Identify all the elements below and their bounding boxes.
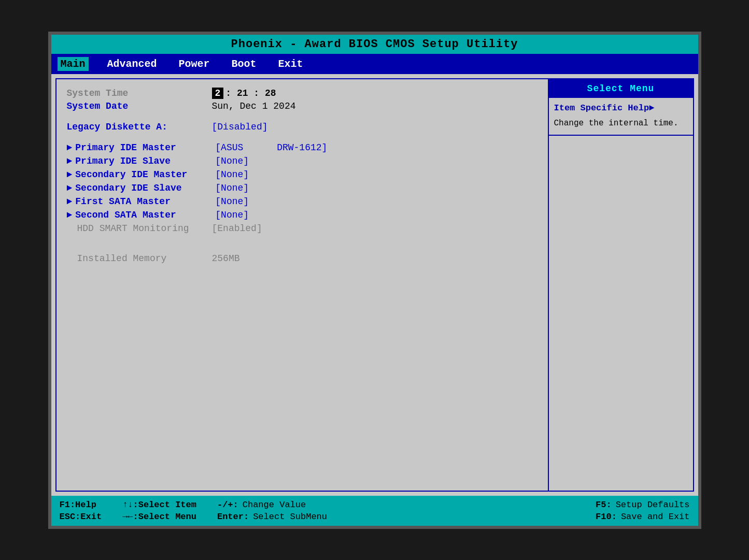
legacy-diskette-row: Legacy Diskette A: [Disabled]	[67, 122, 538, 132]
help-section: Item Specific Help► Change the internal …	[549, 98, 693, 136]
footer-cv-key: -/+:	[217, 500, 238, 510]
footer-col-1: F1:Help ESC:Exit	[60, 500, 102, 522]
menu-item-main[interactable]: Main	[58, 57, 89, 71]
arrow-icon-5: ►	[67, 210, 73, 220]
system-time-label: System Time	[67, 88, 212, 98]
spacer1	[67, 113, 538, 122]
system-date-value: Sun, Dec 1 2024	[212, 101, 296, 111]
arrow-icon-2: ►	[67, 169, 73, 180]
footer-lr-key: →←:Select Menu	[122, 512, 196, 522]
menu-item-power[interactable]: Power	[176, 57, 213, 71]
ide-row-0[interactable]: ► Primary IDE Master [ASUS DRW-1612]	[67, 142, 538, 153]
arrow-icon-3: ►	[67, 183, 73, 193]
ide-value-5: [None]	[215, 210, 249, 220]
hdd-smart-value: [Enabled]	[212, 223, 262, 234]
legacy-diskette-value[interactable]: [Disabled]	[212, 122, 268, 132]
footer-col-4: F5: Setup Defaults F10: Save and Exit	[596, 500, 689, 522]
system-time-row: System Time 2 : 21 : 28	[67, 88, 538, 99]
footer-col-2: ↑↓:Select Item →←:Select Menu	[122, 500, 196, 522]
footer-f10-desc: Save and Exit	[621, 512, 690, 522]
memory-row: Installed Memory 256MB	[67, 253, 538, 264]
arrow-icon-1: ►	[67, 156, 73, 166]
help-text: Change the internal time.	[554, 117, 688, 130]
footer-f1-key: F1:Help	[60, 500, 96, 510]
ide-label-0: Primary IDE Master	[75, 142, 215, 153]
hdd-smart-label: HDD SMART Monitoring	[67, 223, 212, 234]
footer-f5-desc: Setup Defaults	[616, 500, 690, 510]
footer-ud-key: ↑↓:Select Item	[122, 500, 196, 510]
time-rest: : 21 : 28	[225, 88, 276, 98]
footer-f1: F1:Help	[60, 500, 102, 510]
menu-item-advanced[interactable]: Advanced	[104, 57, 160, 71]
footer-f5-key: F5:	[596, 500, 612, 510]
footer-esc: ESC:Exit	[60, 512, 102, 522]
content-area: System Time 2 : 21 : 28 System Date Sun,…	[51, 74, 698, 496]
ide-row-3[interactable]: ► Secondary IDE Slave [None]	[67, 183, 538, 193]
ide-label-3: Secondary IDE Slave	[75, 183, 215, 193]
footer-esc-key: ESC:Exit	[60, 512, 102, 522]
ide-value-2: [None]	[215, 169, 249, 180]
spacer4	[67, 245, 538, 253]
arrow-icon-0: ►	[67, 142, 73, 153]
right-panel: Select Menu Item Specific Help► Change t…	[549, 78, 694, 492]
system-date-label: System Date	[67, 101, 212, 111]
ide-value-0: [ASUS DRW-1612]	[215, 142, 327, 153]
menu-item-boot[interactable]: Boot	[229, 57, 260, 71]
footer-change-value: -/+: Change Value	[217, 500, 327, 510]
ide-label-1: Primary IDE Slave	[75, 156, 215, 166]
menu-item-exit[interactable]: Exit	[275, 57, 306, 71]
bios-title: Phoenix - Award BIOS CMOS Setup Utility	[231, 38, 518, 51]
ide-row-4[interactable]: ► First SATA Master [None]	[67, 196, 538, 207]
ide-row-5[interactable]: ► Second SATA Master [None]	[67, 210, 538, 220]
time-hour[interactable]: 2	[212, 88, 224, 99]
footer-cv-desc: Change Value	[243, 500, 306, 510]
ide-value-4: [None]	[215, 196, 249, 207]
footer: F1:Help ESC:Exit ↑↓:Select Item →←:Selec…	[51, 496, 698, 526]
arrow-icon-4: ►	[67, 196, 73, 207]
menu-bar[interactable]: Main Advanced Power Boot Exit	[51, 54, 698, 74]
help-title: Item Specific Help►	[554, 103, 688, 113]
footer-arrows-lr: →←:Select Menu	[122, 512, 196, 522]
spacer2	[67, 134, 538, 142]
footer-col-3: -/+: Change Value Enter: Select SubMenu	[217, 500, 327, 522]
system-date-row: System Date Sun, Dec 1 2024	[67, 101, 538, 111]
footer-f10: F10: Save and Exit	[596, 512, 689, 522]
main-panel: System Time 2 : 21 : 28 System Date Sun,…	[55, 78, 549, 492]
ide-value-1: [None]	[215, 156, 249, 166]
ide-value-3: [None]	[215, 183, 249, 193]
select-menu-title: Select Menu	[549, 79, 693, 98]
ide-label-5: Second SATA Master	[75, 210, 215, 220]
footer-enter-key: Enter:	[217, 512, 249, 522]
title-bar: Phoenix - Award BIOS CMOS Setup Utility	[51, 35, 698, 54]
bios-screen: Phoenix - Award BIOS CMOS Setup Utility …	[48, 32, 701, 529]
footer-enter-desc: Select SubMenu	[253, 512, 327, 522]
time-display[interactable]: 2 : 21 : 28	[212, 88, 276, 99]
ide-row-2[interactable]: ► Secondary IDE Master [None]	[67, 169, 538, 180]
memory-label: Installed Memory	[67, 253, 212, 264]
spacer3	[67, 237, 538, 245]
ide-label-2: Secondary IDE Master	[75, 169, 215, 180]
memory-value: 256MB	[212, 253, 240, 264]
legacy-diskette-label: Legacy Diskette A:	[67, 122, 212, 132]
hdd-smart-row: HDD SMART Monitoring [Enabled]	[67, 223, 538, 234]
footer-f5: F5: Setup Defaults	[596, 500, 689, 510]
footer-f10-key: F10:	[596, 512, 617, 522]
ide-label-4: First SATA Master	[75, 196, 215, 207]
footer-enter: Enter: Select SubMenu	[217, 512, 327, 522]
footer-arrows-ud: ↑↓:Select Item	[122, 500, 196, 510]
ide-row-1[interactable]: ► Primary IDE Slave [None]	[67, 156, 538, 166]
